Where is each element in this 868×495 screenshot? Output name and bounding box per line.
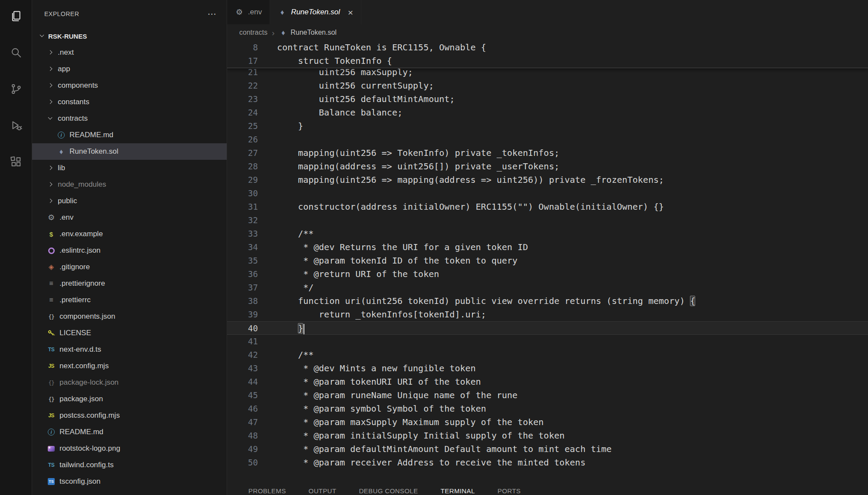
code-line-35[interactable]: 35 * @param tokenId ID of the token to q… — [227, 254, 868, 267]
code-line-47[interactable]: 47 * @param maxSupply Maximum supply of … — [227, 416, 868, 429]
file-item-package-json[interactable]: {}package.json — [32, 391, 227, 407]
file-item-prettierrc[interactable]: ≡.prettierrc — [32, 292, 227, 308]
line-number[interactable]: 44 — [227, 375, 277, 389]
more-actions-icon[interactable]: ⋯ — [208, 10, 216, 18]
folder-item-components[interactable]: components — [32, 77, 227, 94]
line-number[interactable]: 50 — [227, 456, 277, 469]
line-number[interactable]: 46 — [227, 402, 277, 416]
panel-tab-problems[interactable]: PROBLEMS — [248, 482, 287, 495]
code-line-50[interactable]: 50 * @param receiver Address to receive … — [227, 456, 868, 469]
code-line-22[interactable]: 22 uint256 currentSupply; — [227, 79, 868, 92]
file-item-license[interactable]: LICENSE — [32, 325, 227, 341]
code-line-27[interactable]: 27 mapping(uint256 => TokenInfo) private… — [227, 146, 868, 160]
file-item-readme-md[interactable]: iREADME.md — [32, 424, 227, 440]
line-number[interactable]: 48 — [227, 429, 277, 442]
code-line-37[interactable]: 37 */ — [227, 281, 868, 294]
line-number[interactable]: 36 — [227, 267, 277, 281]
line-number[interactable]: 29 — [227, 173, 277, 187]
file-item-prettierignore[interactable]: ≡.prettierignore — [32, 275, 227, 292]
code-line-49[interactable]: 49 * @param defaultMintAmount Default am… — [227, 442, 868, 456]
code-line-44[interactable]: 44 * @param tokenURI URI of the token — [227, 375, 868, 389]
code-line-28[interactable]: 28 mapping(address => uint256[]) private… — [227, 160, 868, 173]
code-line-46[interactable]: 46 * @param symbol Symbol of the token — [227, 402, 868, 416]
line-number[interactable]: 24 — [227, 106, 277, 119]
file-item-env-example[interactable]: $.env.example — [32, 226, 227, 242]
code-line-34[interactable]: 34 * @dev Returns the URI for a given to… — [227, 241, 868, 254]
tab-runetoken-sol[interactable]: ♦RuneToken.sol× — [270, 0, 361, 24]
line-number[interactable]: 30 — [227, 187, 277, 200]
panel-tab-debug-console[interactable]: DEBUG CONSOLE — [358, 482, 419, 495]
line-number[interactable]: 35 — [227, 254, 277, 267]
code-line-30[interactable]: 30 — [227, 187, 868, 200]
code-line-23[interactable]: 23 uint256 defaultMintAmount; — [227, 92, 868, 106]
extensions-activity-button[interactable] — [9, 155, 23, 170]
file-item-postcss-config-mjs[interactable]: JSpostcss.config.mjs — [32, 407, 227, 424]
file-item-eslintrc-json[interactable]: .eslintrc.json — [32, 242, 227, 259]
code-line-48[interactable]: 48 * @param initialSupply Initial supply… — [227, 429, 868, 442]
code-line-42[interactable]: 42 /** — [227, 348, 868, 362]
line-number[interactable]: 32 — [227, 214, 277, 227]
folder-item-next[interactable]: .next — [32, 44, 227, 61]
code-line-33[interactable]: 33 /** — [227, 227, 868, 241]
code-line-17[interactable]: 17 struct TokenInfo { — [227, 54, 868, 68]
tree-root-rsk-runes[interactable]: RSK-RUNES — [32, 28, 227, 44]
folder-item-public[interactable]: public — [32, 193, 227, 209]
line-number[interactable]: 37 — [227, 281, 277, 294]
close-icon[interactable]: × — [348, 8, 353, 17]
line-number[interactable]: 28 — [227, 160, 277, 173]
line-number[interactable]: 34 — [227, 241, 277, 254]
code-line-38[interactable]: 38 function uri(uint256 tokenId) public … — [227, 294, 868, 308]
line-number[interactable]: 38 — [227, 294, 277, 308]
line-number[interactable]: 47 — [227, 416, 277, 429]
code-line-43[interactable]: 43 * @dev Mints a new fungible token — [227, 362, 868, 375]
file-item-runetoken-sol[interactable]: ♦RuneToken.sol — [32, 143, 227, 160]
code-line-40[interactable]: 40 } — [227, 321, 868, 335]
line-number[interactable]: 42 — [227, 348, 277, 362]
code-line-24[interactable]: 24 Balance balance; — [227, 106, 868, 119]
line-number[interactable]: 33 — [227, 227, 277, 241]
file-item-next-config-mjs[interactable]: JSnext.config.mjs — [32, 358, 227, 374]
line-number[interactable]: 41 — [227, 335, 277, 348]
explorer-activity-button[interactable] — [9, 10, 23, 24]
file-item-readme-md[interactable]: iREADME.md — [32, 127, 227, 143]
code-line-41[interactable]: 41 — [227, 335, 868, 348]
file-item-tailwind-config-ts[interactable]: TStailwind.config.ts — [32, 457, 227, 473]
panel-tab-output[interactable]: OUTPUT — [308, 482, 337, 495]
folder-item-app[interactable]: app — [32, 61, 227, 77]
line-number[interactable]: 26 — [227, 133, 277, 146]
code-line-32[interactable]: 32 — [227, 214, 868, 227]
file-item-components-json[interactable]: {}components.json — [32, 308, 227, 325]
line-number[interactable]: 49 — [227, 442, 277, 456]
line-number[interactable]: 17 — [227, 54, 277, 68]
line-number[interactable]: 22 — [227, 79, 277, 92]
line-number[interactable]: 23 — [227, 92, 277, 106]
file-item-tsconfig-json[interactable]: TStsconfig.json — [32, 473, 227, 490]
code-line-25[interactable]: 25 } — [227, 119, 868, 133]
run-debug-activity-button[interactable] — [9, 119, 23, 134]
search-activity-button[interactable] — [9, 46, 23, 61]
code-area[interactable]: 21 uint256 maxSupply;22 uint256 currentS… — [227, 41, 868, 482]
line-number[interactable]: 45 — [227, 389, 277, 402]
folder-item-contracts[interactable]: contracts — [32, 110, 227, 127]
line-number[interactable]: 27 — [227, 146, 277, 160]
code-line-36[interactable]: 36 * @return URI of the token — [227, 267, 868, 281]
folder-item-lib[interactable]: lib — [32, 160, 227, 176]
code-line-26[interactable]: 26 — [227, 133, 868, 146]
source-control-activity-button[interactable] — [9, 82, 23, 97]
line-number[interactable]: 43 — [227, 362, 277, 375]
code-line-45[interactable]: 45 * @param runeName Unique name of the … — [227, 389, 868, 402]
file-item-next-env-d-ts[interactable]: TSnext-env.d.ts — [32, 341, 227, 358]
file-item-package-lock-json[interactable]: {}package-lock.json — [32, 374, 227, 391]
file-item-env[interactable]: ⚙.env — [32, 209, 227, 226]
tab-env[interactable]: ⚙.env — [227, 0, 270, 24]
folder-item-constants[interactable]: constants — [32, 94, 227, 110]
code-line-8[interactable]: 8contract RuneToken is ERC1155, Ownable … — [227, 41, 868, 54]
line-number[interactable]: 25 — [227, 119, 277, 133]
code-line-29[interactable]: 29 mapping(uint256 => mapping(address =>… — [227, 173, 868, 187]
file-item-rootstock-logo-png[interactable]: rootstock-logo.png — [32, 440, 227, 457]
code-line-31[interactable]: 31 constructor(address initialOwner) ERC… — [227, 200, 868, 214]
code-line-39[interactable]: 39 return _tokenInfos[tokenId].uri; — [227, 308, 868, 321]
breadcrumb-item-contracts[interactable]: contracts — [239, 29, 267, 36]
panel-tab-terminal[interactable]: TERMINAL — [440, 482, 476, 495]
line-number[interactable]: 40 — [227, 322, 277, 334]
